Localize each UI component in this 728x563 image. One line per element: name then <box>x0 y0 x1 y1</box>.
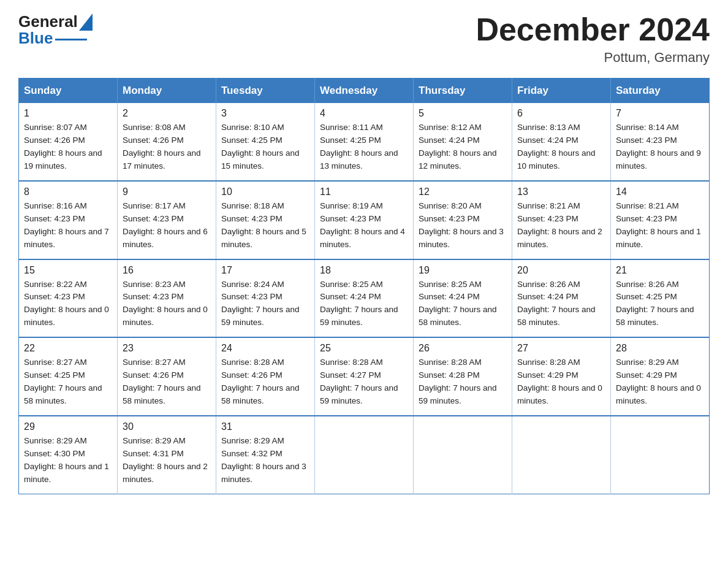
day-number: 29 <box>24 421 112 432</box>
day-info: Sunrise: 8:29 AMSunset: 4:31 PMDaylight:… <box>123 435 211 486</box>
calendar-cell: 3 Sunrise: 8:10 AMSunset: 4:25 PMDayligh… <box>216 103 315 181</box>
calendar-cell: 11 Sunrise: 8:19 AMSunset: 4:23 PMDaylig… <box>315 181 414 259</box>
page-header: General Blue December 2024 Pottum, Germa… <box>18 12 710 66</box>
calendar-cell: 24 Sunrise: 8:28 AMSunset: 4:26 PMDaylig… <box>216 337 315 416</box>
day-info: Sunrise: 8:26 AMSunset: 4:25 PMDaylight:… <box>616 278 704 330</box>
day-number: 27 <box>517 343 605 354</box>
day-number: 15 <box>24 265 112 276</box>
day-info: Sunrise: 8:21 AMSunset: 4:23 PMDaylight:… <box>616 200 704 251</box>
day-number: 30 <box>123 421 211 432</box>
calendar-cell: 18 Sunrise: 8:25 AMSunset: 4:24 PMDaylig… <box>315 259 414 338</box>
calendar-cell: 31 Sunrise: 8:29 AMSunset: 4:32 PMDaylig… <box>216 416 315 494</box>
day-number: 23 <box>123 343 211 354</box>
calendar-week-row: 22 Sunrise: 8:27 AMSunset: 4:25 PMDaylig… <box>19 337 710 416</box>
day-number: 20 <box>517 265 605 276</box>
day-info: Sunrise: 8:26 AMSunset: 4:24 PMDaylight:… <box>517 278 605 330</box>
calendar-cell: 4 Sunrise: 8:11 AMSunset: 4:25 PMDayligh… <box>315 103 414 181</box>
day-info: Sunrise: 8:27 AMSunset: 4:25 PMDaylight:… <box>24 356 112 408</box>
calendar-cell: 9 Sunrise: 8:17 AMSunset: 4:23 PMDayligh… <box>118 181 216 259</box>
calendar-cell: 7 Sunrise: 8:14 AMSunset: 4:23 PMDayligh… <box>611 103 710 181</box>
day-number: 24 <box>221 343 309 354</box>
day-info: Sunrise: 8:29 AMSunset: 4:29 PMDaylight:… <box>616 356 704 408</box>
calendar-cell: 10 Sunrise: 8:18 AMSunset: 4:23 PMDaylig… <box>216 181 315 259</box>
day-info: Sunrise: 8:12 AMSunset: 4:24 PMDaylight:… <box>419 121 507 173</box>
logo: General Blue <box>18 12 93 48</box>
day-number: 3 <box>221 108 309 119</box>
day-info: Sunrise: 8:28 AMSunset: 4:27 PMDaylight:… <box>320 356 408 408</box>
title-block: December 2024 Pottum, Germany <box>476 12 710 66</box>
day-info: Sunrise: 8:19 AMSunset: 4:23 PMDaylight:… <box>320 200 408 251</box>
calendar-table: SundayMondayTuesdayWednesdayThursdayFrid… <box>18 78 710 494</box>
day-info: Sunrise: 8:16 AMSunset: 4:23 PMDaylight:… <box>24 200 112 251</box>
day-number: 7 <box>616 108 704 119</box>
col-header-monday: Monday <box>118 79 216 104</box>
day-info: Sunrise: 8:18 AMSunset: 4:23 PMDaylight:… <box>221 200 309 251</box>
day-number: 10 <box>221 186 309 197</box>
day-number: 21 <box>616 265 704 276</box>
day-number: 14 <box>616 186 704 197</box>
calendar-header-row: SundayMondayTuesdayWednesdayThursdayFrid… <box>19 79 710 104</box>
col-header-friday: Friday <box>512 79 611 104</box>
calendar-cell: 6 Sunrise: 8:13 AMSunset: 4:24 PMDayligh… <box>512 103 611 181</box>
calendar-cell: 13 Sunrise: 8:21 AMSunset: 4:23 PMDaylig… <box>512 181 611 259</box>
day-number: 1 <box>24 108 112 119</box>
calendar-week-row: 8 Sunrise: 8:16 AMSunset: 4:23 PMDayligh… <box>19 181 710 259</box>
calendar-week-row: 29 Sunrise: 8:29 AMSunset: 4:30 PMDaylig… <box>19 416 710 494</box>
col-header-sunday: Sunday <box>19 79 118 104</box>
day-number: 18 <box>320 265 408 276</box>
day-number: 11 <box>320 186 408 197</box>
calendar-cell: 26 Sunrise: 8:28 AMSunset: 4:28 PMDaylig… <box>414 337 512 416</box>
day-number: 26 <box>419 343 507 354</box>
day-info: Sunrise: 8:29 AMSunset: 4:30 PMDaylight:… <box>24 435 112 486</box>
calendar-cell: 8 Sunrise: 8:16 AMSunset: 4:23 PMDayligh… <box>19 181 118 259</box>
calendar-cell: 16 Sunrise: 8:23 AMSunset: 4:23 PMDaylig… <box>118 259 216 338</box>
day-number: 6 <box>517 108 605 119</box>
day-info: Sunrise: 8:20 AMSunset: 4:23 PMDaylight:… <box>419 200 507 251</box>
day-info: Sunrise: 8:28 AMSunset: 4:29 PMDaylight:… <box>517 356 605 408</box>
day-number: 25 <box>320 343 408 354</box>
col-header-saturday: Saturday <box>611 79 710 104</box>
calendar-cell <box>414 416 512 494</box>
day-info: Sunrise: 8:07 AMSunset: 4:26 PMDaylight:… <box>24 121 112 173</box>
calendar-cell: 5 Sunrise: 8:12 AMSunset: 4:24 PMDayligh… <box>414 103 512 181</box>
calendar-cell: 20 Sunrise: 8:26 AMSunset: 4:24 PMDaylig… <box>512 259 611 338</box>
calendar-week-row: 15 Sunrise: 8:22 AMSunset: 4:23 PMDaylig… <box>19 259 710 338</box>
day-info: Sunrise: 8:08 AMSunset: 4:26 PMDaylight:… <box>123 121 211 173</box>
day-info: Sunrise: 8:23 AMSunset: 4:23 PMDaylight:… <box>123 278 211 330</box>
calendar-week-row: 1 Sunrise: 8:07 AMSunset: 4:26 PMDayligh… <box>19 103 710 181</box>
day-info: Sunrise: 8:10 AMSunset: 4:25 PMDaylight:… <box>221 121 309 173</box>
col-header-tuesday: Tuesday <box>216 79 315 104</box>
calendar-cell: 12 Sunrise: 8:20 AMSunset: 4:23 PMDaylig… <box>414 181 512 259</box>
day-info: Sunrise: 8:22 AMSunset: 4:23 PMDaylight:… <box>24 278 112 330</box>
logo-underline <box>55 39 87 40</box>
day-info: Sunrise: 8:13 AMSunset: 4:24 PMDaylight:… <box>517 121 605 173</box>
col-header-thursday: Thursday <box>414 79 512 104</box>
calendar-cell: 23 Sunrise: 8:27 AMSunset: 4:26 PMDaylig… <box>118 337 216 416</box>
calendar-cell: 14 Sunrise: 8:21 AMSunset: 4:23 PMDaylig… <box>611 181 710 259</box>
day-number: 2 <box>123 108 211 119</box>
day-info: Sunrise: 8:21 AMSunset: 4:23 PMDaylight:… <box>517 200 605 251</box>
calendar-cell: 28 Sunrise: 8:29 AMSunset: 4:29 PMDaylig… <box>611 337 710 416</box>
calendar-cell: 17 Sunrise: 8:24 AMSunset: 4:23 PMDaylig… <box>216 259 315 338</box>
calendar-cell: 25 Sunrise: 8:28 AMSunset: 4:27 PMDaylig… <box>315 337 414 416</box>
day-number: 31 <box>221 421 309 432</box>
logo-triangle-icon <box>79 13 93 31</box>
calendar-cell: 29 Sunrise: 8:29 AMSunset: 4:30 PMDaylig… <box>19 416 118 494</box>
calendar-cell: 27 Sunrise: 8:28 AMSunset: 4:29 PMDaylig… <box>512 337 611 416</box>
calendar-cell: 19 Sunrise: 8:25 AMSunset: 4:24 PMDaylig… <box>414 259 512 338</box>
day-info: Sunrise: 8:28 AMSunset: 4:26 PMDaylight:… <box>221 356 309 408</box>
day-number: 4 <box>320 108 408 119</box>
day-info: Sunrise: 8:14 AMSunset: 4:23 PMDaylight:… <box>616 121 704 173</box>
day-number: 16 <box>123 265 211 276</box>
day-number: 22 <box>24 343 112 354</box>
day-info: Sunrise: 8:25 AMSunset: 4:24 PMDaylight:… <box>419 278 507 330</box>
calendar-cell <box>315 416 414 494</box>
calendar-cell: 22 Sunrise: 8:27 AMSunset: 4:25 PMDaylig… <box>19 337 118 416</box>
day-info: Sunrise: 8:11 AMSunset: 4:25 PMDaylight:… <box>320 121 408 173</box>
calendar-cell: 30 Sunrise: 8:29 AMSunset: 4:31 PMDaylig… <box>118 416 216 494</box>
day-info: Sunrise: 8:24 AMSunset: 4:23 PMDaylight:… <box>221 278 309 330</box>
day-number: 17 <box>221 265 309 276</box>
day-number: 13 <box>517 186 605 197</box>
day-number: 9 <box>123 186 211 197</box>
location: Pottum, Germany <box>476 50 710 66</box>
